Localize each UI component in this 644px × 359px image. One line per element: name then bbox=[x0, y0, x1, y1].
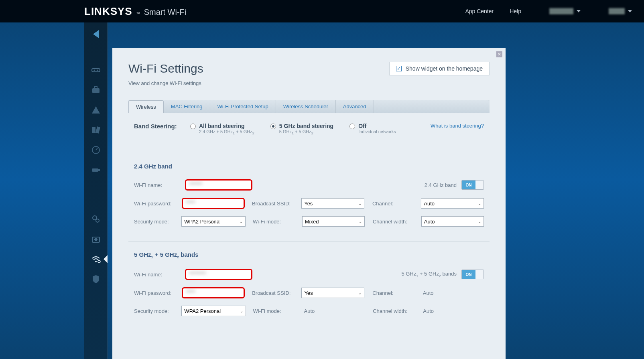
chevron-left-icon bbox=[93, 30, 99, 38]
broadcast-ssid-select-24[interactable]: Yes⌄ bbox=[301, 198, 364, 209]
sidebar-item-parental[interactable] bbox=[84, 100, 107, 120]
label-wifi-name: Wi-Fi name: bbox=[134, 272, 180, 278]
channel-value-5: Auto bbox=[421, 290, 484, 296]
band-steering-label: Band Steering: bbox=[134, 123, 182, 130]
chevron-down-icon: ⌄ bbox=[359, 219, 362, 224]
briefcase-icon bbox=[91, 86, 101, 94]
label-broadcast-ssid: Broadcast SSID: bbox=[252, 290, 297, 296]
user-menu-1[interactable] bbox=[549, 8, 581, 14]
gears-icon bbox=[91, 215, 100, 223]
svg-rect-3 bbox=[92, 88, 100, 93]
sidebar bbox=[84, 22, 108, 359]
band-5-section: 5 GHz1 + 5 GHz2 bands Wi-Fi name: ••••••… bbox=[128, 241, 490, 331]
svg-point-13 bbox=[96, 219, 99, 222]
label-channel: Channel: bbox=[372, 201, 416, 207]
wifi-mode-select-24[interactable]: Mixed⌄ bbox=[302, 216, 365, 227]
svg-rect-11 bbox=[98, 169, 100, 171]
radio-off-sub: Individual networks bbox=[358, 129, 396, 134]
radio-5ghz-band[interactable]: 5 GHz band steering 5 GHz1 + 5 GHz2 bbox=[270, 123, 333, 135]
svg-point-17 bbox=[95, 261, 97, 262]
tabs: Wireless MAC Filtering Wi-Fi Protected S… bbox=[128, 100, 490, 113]
sidebar-item-troubleshoot[interactable] bbox=[84, 229, 107, 249]
chevron-down-icon: ⌄ bbox=[358, 291, 362, 295]
warning-icon bbox=[91, 106, 100, 114]
toggle-knob bbox=[475, 270, 484, 279]
label-broadcast-ssid: Broadcast SSID: bbox=[252, 201, 297, 207]
logo: LINKSYS ™ Smart Wi-Fi bbox=[84, 5, 186, 18]
svg-point-1 bbox=[93, 70, 95, 71]
usb-icon bbox=[91, 167, 101, 173]
sidebar-item-priority[interactable] bbox=[84, 120, 107, 140]
radio-off-title: Off bbox=[358, 123, 396, 129]
logo-text: LINKSYS bbox=[84, 5, 132, 18]
svg-point-2 bbox=[97, 70, 98, 71]
nav-help[interactable]: Help bbox=[510, 8, 521, 14]
label-channel-width: Channel width: bbox=[373, 308, 416, 314]
label-security-mode: Security mode: bbox=[134, 219, 177, 225]
logo-tm: ™ bbox=[136, 12, 140, 16]
radio-all-title: All band steering bbox=[199, 123, 254, 129]
settings-panel: ✕ Wi-Fi Settings View and change Wi-Fi s… bbox=[112, 48, 506, 359]
shield-icon bbox=[92, 275, 100, 284]
wifi-password-input-24[interactable]: ••••• bbox=[182, 198, 245, 209]
label-security-mode: Security mode: bbox=[134, 308, 177, 314]
widget-checkbox-label: Show widget on the homepage bbox=[406, 65, 483, 72]
radio-icon bbox=[349, 124, 355, 129]
chevron-down-icon: ⌄ bbox=[478, 201, 481, 206]
medkit-icon bbox=[91, 235, 100, 243]
svg-rect-0 bbox=[92, 69, 100, 72]
svg-rect-10 bbox=[92, 168, 98, 172]
security-mode-select-24[interactable]: WPA2 Personal⌄ bbox=[181, 216, 246, 227]
sidebar-back-button[interactable] bbox=[84, 22, 107, 46]
sidebar-item-connectivity[interactable] bbox=[84, 209, 107, 229]
radio-off[interactable]: Off Individual networks bbox=[349, 123, 396, 134]
band-5-toggle[interactable]: ON bbox=[461, 270, 484, 279]
band-24-title: 2.4 GHz band bbox=[134, 163, 484, 170]
tab-advanced[interactable]: Advanced bbox=[336, 100, 374, 113]
tab-wps[interactable]: Wi-Fi Protected Setup bbox=[210, 100, 276, 113]
chevron-down-icon: ⌄ bbox=[358, 201, 362, 206]
wifi-name-input-5[interactable]: ••••••••• bbox=[185, 269, 252, 280]
radio-5-sub: 5 GHz1 + 5 GHz2 bbox=[279, 129, 333, 135]
svg-rect-4 bbox=[95, 87, 97, 88]
svg-marker-5 bbox=[92, 106, 100, 114]
page-title: Wi-Fi Settings bbox=[128, 62, 203, 75]
radio-5-title: 5 GHz band steering bbox=[279, 123, 333, 129]
wifi-password-input-5[interactable]: ••••• bbox=[182, 287, 245, 298]
svg-line-9 bbox=[96, 148, 98, 150]
media-icon bbox=[91, 126, 100, 134]
band-steering-row: Band Steering: All band steering 2.4 GHz… bbox=[128, 113, 490, 153]
tab-mac-filtering[interactable]: MAC Filtering bbox=[164, 100, 210, 113]
broadcast-ssid-select-5[interactable]: Yes⌄ bbox=[301, 288, 364, 298]
tab-scheduler[interactable]: Wireless Scheduler bbox=[276, 100, 336, 113]
channel-width-select-24[interactable]: Auto⌄ bbox=[421, 216, 484, 227]
channel-select-24[interactable]: Auto⌄ bbox=[421, 198, 484, 209]
user-name-redacted-2 bbox=[609, 8, 625, 14]
label-channel: Channel: bbox=[372, 290, 416, 296]
svg-rect-16 bbox=[94, 239, 98, 240]
band-24-toggle[interactable]: ON bbox=[461, 180, 484, 190]
band-5-title: 5 GHz1 + 5 GHz2 bands bbox=[134, 251, 484, 259]
checkbox-checked-icon: ✓ bbox=[396, 66, 402, 71]
chevron-down-icon: ⌄ bbox=[240, 309, 243, 313]
widget-checkbox-row[interactable]: ✓ Show widget on the homepage bbox=[389, 62, 490, 75]
sidebar-item-speed[interactable] bbox=[84, 140, 107, 160]
logo-subtitle: Smart Wi-Fi bbox=[144, 8, 187, 17]
sidebar-item-wifi[interactable] bbox=[84, 249, 107, 269]
radio-all-band[interactable]: All band steering 2.4 GHz + 5 GHz1 + 5 G… bbox=[190, 123, 254, 135]
svg-rect-7 bbox=[95, 126, 100, 134]
band-steering-help-link[interactable]: What is band steering? bbox=[431, 123, 484, 129]
close-button[interactable]: ✕ bbox=[496, 51, 502, 57]
sidebar-item-security[interactable] bbox=[84, 270, 107, 289]
svg-rect-6 bbox=[92, 127, 95, 133]
wifi-name-input-24[interactable]: ••••••• bbox=[185, 179, 252, 191]
security-mode-select-5[interactable]: WPA2 Personal⌄ bbox=[181, 306, 246, 316]
sidebar-item-storage[interactable] bbox=[84, 160, 107, 180]
user-menu-2[interactable] bbox=[609, 8, 632, 14]
nav-app-center[interactable]: App Center bbox=[465, 8, 494, 14]
tab-wireless[interactable]: Wireless bbox=[128, 100, 164, 113]
sidebar-item-router[interactable] bbox=[84, 60, 107, 79]
channel-width-value-5: Auto bbox=[421, 308, 484, 314]
toggle-on-text: ON bbox=[462, 270, 475, 279]
sidebar-item-guest[interactable] bbox=[84, 80, 107, 99]
